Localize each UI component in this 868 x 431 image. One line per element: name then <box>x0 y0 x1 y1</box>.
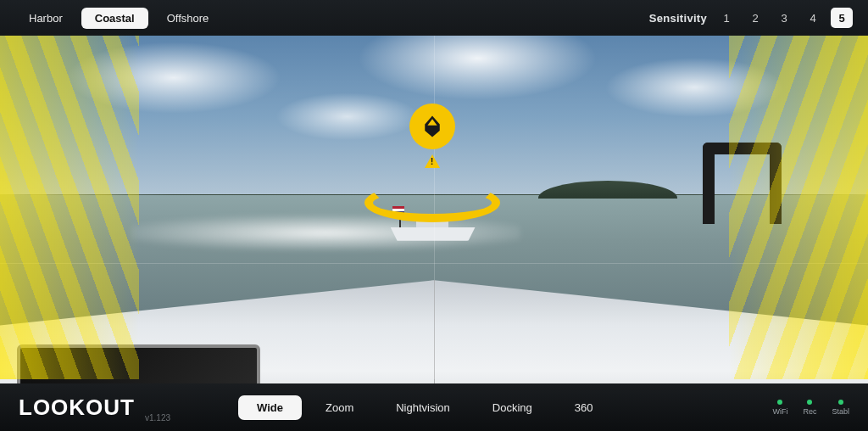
sensitivity-1[interactable]: 1 <box>715 8 737 28</box>
status-rec: Rec <box>803 400 816 416</box>
crosshair-horizontal <box>0 263 868 264</box>
view-nightvision[interactable]: Nightvision <box>377 395 469 420</box>
mode-harbor[interactable]: Harbor <box>15 8 76 29</box>
boat-cabin <box>416 216 448 229</box>
status-stabl-label: Stabl <box>832 407 849 416</box>
status-wifi-label: WiFi <box>772 407 787 416</box>
sensitivity-levels: 1 2 3 4 5 <box>715 8 853 28</box>
boat-mast <box>399 212 401 229</box>
logo-text: LOOKOUT <box>19 395 135 421</box>
view-360[interactable]: 360 <box>556 395 612 420</box>
sensitivity-label: Sensitivity <box>649 12 707 25</box>
sensitivity-2[interactable]: 2 <box>744 8 766 28</box>
mode-tabs: Harbor Coastal Offshore <box>15 8 222 29</box>
top-bar: Harbor Coastal Offshore Sensitivity 1 2 … <box>0 0 868 36</box>
status-dot-icon <box>838 400 843 405</box>
view-zoom[interactable]: Zoom <box>307 395 372 420</box>
crosshair-vertical <box>434 35 435 379</box>
view-docking[interactable]: Docking <box>474 395 551 420</box>
offshore-structure <box>703 143 781 225</box>
status-stabl: Stabl <box>832 400 849 416</box>
app-version: v1.123 <box>145 413 170 431</box>
app-logo: LOOKOUT <box>19 395 135 421</box>
sensitivity-4[interactable]: 4 <box>802 8 824 28</box>
status-rec-label: Rec <box>803 407 816 416</box>
sensitivity-group: Sensitivity 1 2 3 4 5 <box>649 8 853 28</box>
sensitivity-3[interactable]: 3 <box>773 8 795 28</box>
detected-boat <box>382 207 484 241</box>
view-wide[interactable]: Wide <box>238 395 302 420</box>
mode-offshore[interactable]: Offshore <box>153 8 223 29</box>
boat-flag <box>392 206 404 214</box>
mode-coastal[interactable]: Coastal <box>81 8 148 29</box>
status-wifi: WiFi <box>772 400 787 416</box>
status-dot-icon <box>777 400 782 405</box>
view-tabs: Wide Zoom Nightvision Docking 360 <box>238 395 611 420</box>
status-dot-icon <box>807 400 812 405</box>
sensitivity-5[interactable]: 5 <box>831 8 853 28</box>
boat-hull <box>391 227 476 241</box>
status-indicators: WiFi Rec Stabl <box>772 400 849 416</box>
camera-viewport: Harbor Coastal Offshore Sensitivity 1 2 … <box>0 0 868 431</box>
bottom-bar: LOOKOUT v1.123 Wide Zoom Nightvision Doc… <box>0 383 868 431</box>
